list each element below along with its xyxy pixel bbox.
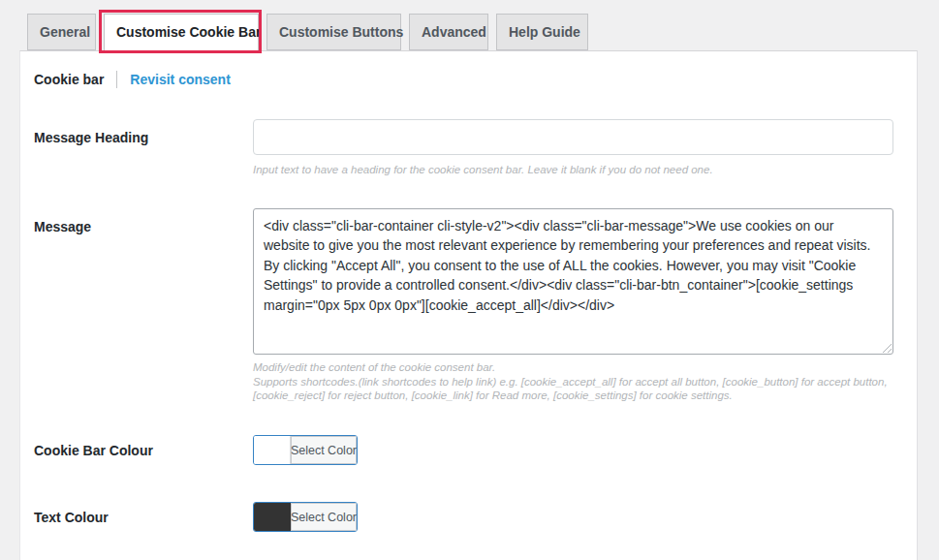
tab-customise-buttons[interactable]: Customise Buttons [266,14,401,50]
cookie-bar-colour-swatch [254,436,291,464]
text-colour-picker-button[interactable]: Select Color [253,502,358,532]
tab-advanced[interactable]: Advanced [409,14,488,50]
message-help-text: Modify/edit the content of the cookie co… [253,360,904,403]
cookie-bar-colour-label: Cookie Bar Colour [34,443,153,458]
cookie-bar-colour-picker-button[interactable]: Select Color [253,435,358,465]
settings-tabbar: General Customise Cookie Bar Customise B… [27,14,596,51]
subtab-revisit-consent[interactable]: Revisit consent [130,72,230,87]
message-label: Message [34,219,91,234]
text-colour-label: Text Colour [34,510,109,525]
message-textarea-container: <div class="cli-bar-container cli-style-… [253,208,893,355]
message-heading-input[interactable] [253,119,893,155]
message-help-line2: Supports shortcodes.(link shortcodes to … [253,375,904,403]
tab-general[interactable]: General [27,14,96,50]
cookie-bar-select-color-label: Select Color [291,436,357,464]
message-heading-help-text: Input text to have a heading for the coo… [253,163,904,177]
message-heading-label: Message Heading [34,130,148,145]
settings-panel: Cookie bar Revisit consent Message Headi… [19,50,918,560]
tab-help-guide[interactable]: Help Guide [496,14,588,50]
sub-tabbar: Cookie bar Revisit consent [34,71,231,88]
tab-customise-cookie-bar[interactable]: Customise Cookie Bar [104,14,259,51]
text-colour-select-color-label: Select Color [291,503,357,531]
text-colour-swatch [254,503,291,531]
subtab-divider [116,71,117,88]
message-help-line1: Modify/edit the content of the cookie co… [253,360,904,375]
subtab-cookie-bar[interactable]: Cookie bar [34,72,104,87]
message-textarea[interactable]: <div class="cli-bar-container cli-style-… [253,208,893,355]
